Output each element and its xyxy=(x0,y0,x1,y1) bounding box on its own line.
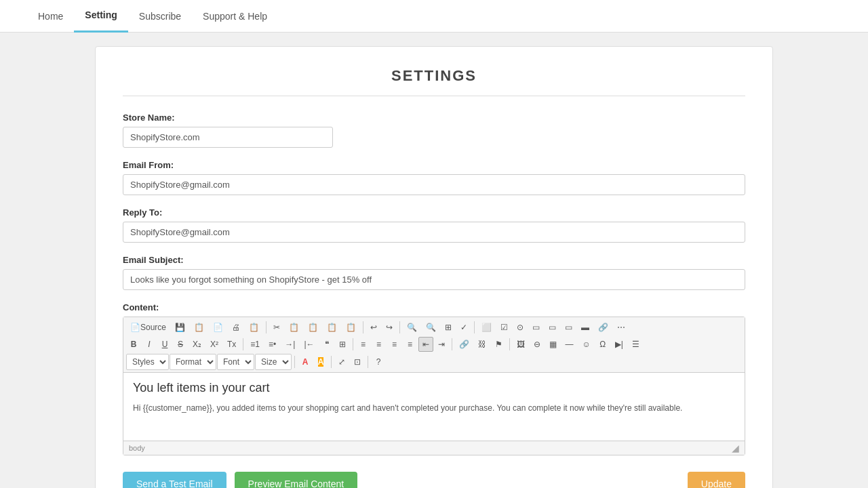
align-justify-button[interactable]: ≡ xyxy=(403,337,418,352)
bg-color-button[interactable]: A xyxy=(313,354,328,369)
font-select[interactable]: Font xyxy=(217,354,254,370)
email-subject-input[interactable] xyxy=(123,269,745,290)
removeformat-button[interactable]: Tx xyxy=(223,337,240,352)
source-icon: 📄 xyxy=(130,323,140,332)
selectall-button[interactable]: ⊞ xyxy=(441,320,456,335)
redo-button[interactable]: ↪ xyxy=(382,320,397,335)
code-button[interactable]: ⊞ xyxy=(335,337,350,352)
nav-setting[interactable]: Setting xyxy=(74,0,127,33)
send-test-button[interactable]: Send a Test Email xyxy=(123,472,226,488)
action-buttons: Send a Test Email Preview Email Content … xyxy=(123,472,745,488)
unlink-button[interactable]: ⛓ xyxy=(474,337,490,352)
more-button[interactable]: ⋯ xyxy=(613,320,629,335)
underline-icon: U xyxy=(162,340,168,349)
align-center-button[interactable]: ≡ xyxy=(372,337,387,352)
page-title: SETTINGS xyxy=(123,67,745,96)
resize-handle[interactable]: ◢ xyxy=(732,443,739,453)
rtl-button[interactable]: ⇤ xyxy=(418,337,433,352)
subscript-button[interactable]: X₂ xyxy=(189,337,205,352)
ltr-button[interactable]: ⇥ xyxy=(434,337,449,352)
preview-icon: 📋 xyxy=(249,323,259,332)
blockquote-button[interactable]: ❝ xyxy=(319,337,334,352)
source-button[interactable]: 📄 Source xyxy=(126,320,170,335)
more2-button[interactable]: ▶| xyxy=(611,337,627,352)
font-color-button[interactable]: A xyxy=(298,354,313,369)
textarea-button[interactable]: ▭ xyxy=(545,320,560,335)
indent-button[interactable]: →| xyxy=(281,337,299,352)
undo-icon: ↩ xyxy=(370,323,377,332)
find-button[interactable]: 🔍 xyxy=(403,320,421,335)
nav-subscribe[interactable]: Subscribe xyxy=(128,0,192,33)
image-tb-button[interactable]: 🖼 xyxy=(513,337,529,352)
form-button[interactable]: ⬜ xyxy=(477,320,496,335)
select-icon: ▭ xyxy=(565,323,572,332)
italic-button[interactable]: I xyxy=(142,337,157,352)
superscript-button[interactable]: X² xyxy=(206,337,222,352)
templates-button[interactable]: 📄 xyxy=(209,320,227,335)
newdoc-button[interactable]: 📋 xyxy=(190,320,208,335)
save-button[interactable]: 💾 xyxy=(171,320,189,335)
blockquote-icon: ❝ xyxy=(325,340,329,349)
preview-button-tb[interactable]: 📋 xyxy=(245,320,263,335)
rtl-icon: ⇤ xyxy=(422,340,429,349)
underline-button[interactable]: U xyxy=(157,337,172,352)
reply-to-label: Reply To: xyxy=(123,207,745,218)
paste-word-button[interactable]: 📋 xyxy=(342,320,360,335)
reply-to-input[interactable] xyxy=(123,222,745,243)
textfield-button[interactable]: ▭ xyxy=(528,320,544,335)
select-button[interactable]: ▭ xyxy=(561,320,576,335)
ltr-icon: ⇥ xyxy=(438,340,445,349)
nav-home[interactable]: Home xyxy=(27,0,74,33)
paste-icon: 📋 xyxy=(308,323,318,332)
bg-color-icon: A xyxy=(318,357,324,367)
table-tb-button[interactable]: ▦ xyxy=(545,337,561,352)
maximize-button[interactable]: ⤢ xyxy=(334,354,349,369)
save-icon: 💾 xyxy=(175,323,185,332)
email-from-input[interactable] xyxy=(123,174,745,195)
editor-body: Hi {{customer_name}}, you added items to… xyxy=(133,402,735,414)
ol-button[interactable]: ≡1 xyxy=(246,337,264,352)
bold-button[interactable]: B xyxy=(126,337,141,352)
radio-button[interactable]: ⊙ xyxy=(513,320,528,335)
link-tb-button[interactable]: 🔗 xyxy=(455,337,473,352)
anchor-button[interactable]: ⚑ xyxy=(491,337,507,352)
editor-content[interactable]: You left items in your cart Hi {{custome… xyxy=(123,373,745,441)
print-button[interactable]: 🖨 xyxy=(228,320,244,335)
copy-button[interactable]: 📋 xyxy=(285,320,303,335)
pagebreak-button[interactable]: ⊖ xyxy=(530,337,545,352)
print-icon: 🖨 xyxy=(232,323,240,332)
cut-button[interactable]: ✂ xyxy=(269,320,284,335)
help-button[interactable]: ? xyxy=(371,354,386,369)
button-btn[interactable]: ▬ xyxy=(577,320,593,335)
link-button[interactable]: 🔗 xyxy=(594,320,612,335)
paste-plain-button[interactable]: 📋 xyxy=(323,320,341,335)
paste-button[interactable]: 📋 xyxy=(304,320,322,335)
undo-button[interactable]: ↩ xyxy=(366,320,381,335)
preview-content-button[interactable]: Preview Email Content xyxy=(235,472,358,488)
ol-icon: ≡1 xyxy=(250,340,260,349)
emoticons-button[interactable]: ☺ xyxy=(578,337,595,352)
ul-button[interactable]: ≡• xyxy=(264,337,280,352)
unlink-icon: ⛓ xyxy=(478,340,486,349)
align-left-button[interactable]: ≡ xyxy=(356,337,371,352)
update-button[interactable]: Update xyxy=(688,472,745,488)
nav-support[interactable]: Support & Help xyxy=(192,0,278,33)
sep11 xyxy=(368,356,368,368)
email-from-group: Email From: xyxy=(123,160,745,195)
outdent-button[interactable]: |← xyxy=(300,337,318,352)
email-from-label: Email From: xyxy=(123,160,745,170)
showblocks-button[interactable]: ⊡ xyxy=(350,354,365,369)
store-name-input[interactable] xyxy=(123,127,333,148)
hr-button[interactable]: — xyxy=(561,337,578,352)
size-select[interactable]: Size xyxy=(255,354,292,370)
strikethrough-button[interactable]: S xyxy=(173,337,188,352)
format-select[interactable]: Format xyxy=(170,354,216,370)
more3-button[interactable]: ☰ xyxy=(628,337,644,352)
findreplace-button[interactable]: 🔍 xyxy=(422,320,440,335)
checkbox-button[interactable]: ☑ xyxy=(496,320,512,335)
specialchars-button[interactable]: Ω xyxy=(595,337,610,352)
align-right-button[interactable]: ≡ xyxy=(387,337,402,352)
toolbar-row-3: Styles Format Font Size A A ⤢ xyxy=(126,354,742,370)
spellcheck-button[interactable]: ✓ xyxy=(456,320,471,335)
styles-select[interactable]: Styles xyxy=(126,354,169,370)
